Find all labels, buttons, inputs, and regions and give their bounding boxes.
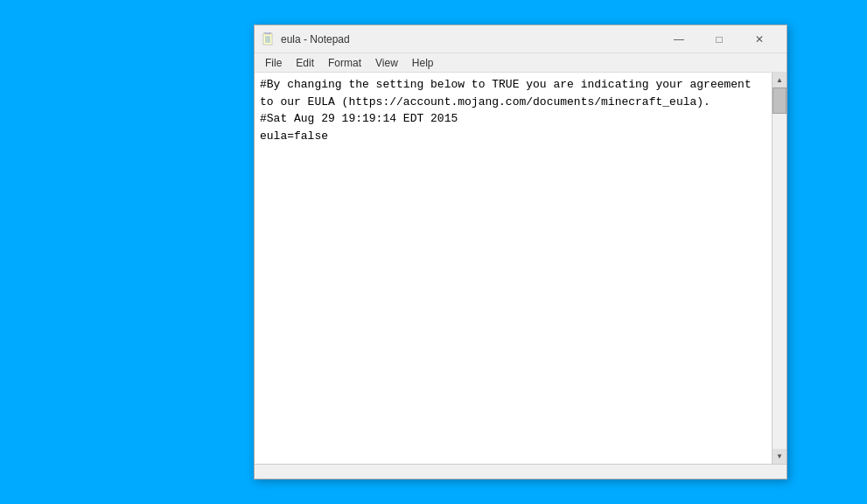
title-bar: eula - Notepad — □ ✕ — [255, 25, 787, 53]
menu-format[interactable]: Format — [321, 55, 368, 71]
window-title: eula - Notepad — [281, 33, 350, 46]
menu-help[interactable]: Help — [405, 55, 441, 71]
scroll-thumb[interactable] — [773, 88, 787, 114]
svg-rect-0 — [263, 33, 272, 45]
window-controls: — □ ✕ — [659, 25, 780, 53]
menu-view[interactable]: View — [368, 55, 405, 71]
content-area: #By changing the setting below to TRUE y… — [255, 73, 787, 464]
vertical-scrollbar[interactable]: ▲ ▼ — [772, 73, 787, 464]
title-bar-left: eula - Notepad — [262, 32, 350, 46]
scroll-up-arrow[interactable]: ▲ — [773, 73, 787, 88]
notepad-window: eula - Notepad — □ ✕ File Edit Format Vi… — [254, 24, 787, 480]
maximize-button[interactable]: □ — [699, 25, 739, 53]
menu-file[interactable]: File — [258, 55, 289, 71]
text-content[interactable]: #By changing the setting below to TRUE y… — [255, 73, 772, 464]
close-button[interactable]: ✕ — [739, 25, 780, 53]
menu-bar: File Edit Format View Help — [255, 53, 787, 73]
app-icon — [262, 32, 276, 46]
svg-rect-1 — [265, 32, 270, 34]
minimize-button[interactable]: — — [659, 25, 699, 53]
scroll-down-arrow[interactable]: ▼ — [773, 449, 787, 464]
scroll-track[interactable] — [773, 88, 787, 449]
horizontal-scrollbar-area — [255, 464, 787, 479]
menu-edit[interactable]: Edit — [289, 55, 321, 71]
